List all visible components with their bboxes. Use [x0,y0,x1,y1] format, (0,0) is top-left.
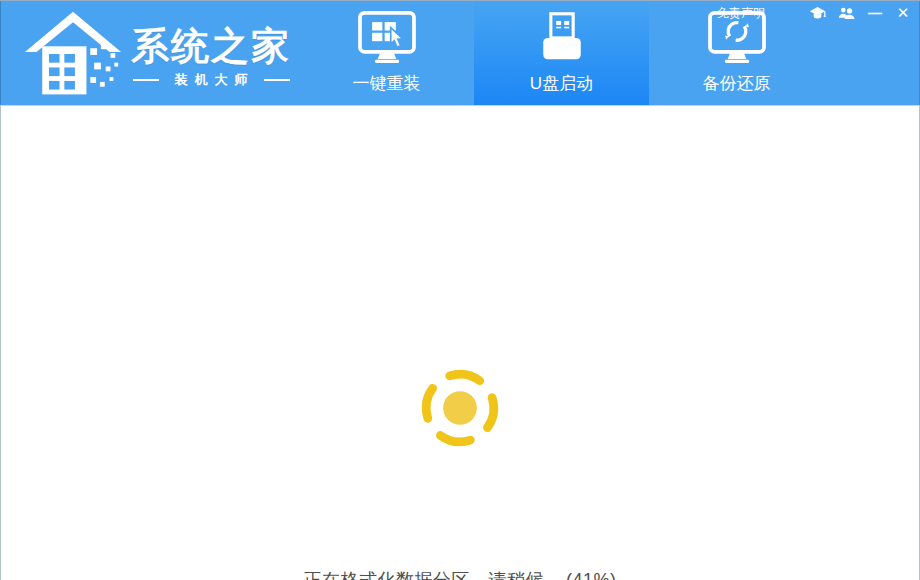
spinner-wrap [1,362,919,454]
tab-one-key-reinstall[interactable]: 一键重装 [299,1,474,105]
subtitle-dash-right [264,79,290,81]
brand-text: 系统之家 装机大师 [131,24,291,89]
progress-status-text: 正在格式化数据分区，请稍候... (41%) [1,568,919,580]
subtitle-dash-left [133,79,159,81]
content-panel: 正在格式化数据分区，请稍候... (41%) [0,105,920,580]
graduation-cap-icon[interactable] [809,6,826,20]
tab-label: 备份还原 [703,72,771,95]
brand-subtitle: 装机大师 [168,71,255,89]
minimize-button[interactable]: — [867,5,883,21]
brand-logo-block: 系统之家 装机大师 [23,7,291,101]
tab-label: 一键重装 [353,72,421,95]
brand-subtitle-row: 装机大师 [131,71,291,89]
tab-label: U盘启动 [530,72,593,95]
topbar-controls: 免责声明 — ✕ [717,4,911,22]
close-button[interactable]: ✕ [895,5,911,21]
loading-spinner-icon [414,362,506,454]
header-bar: 系统之家 装机大师 [0,1,920,105]
brand-title: 系统之家 [131,24,291,68]
tab-usb-boot[interactable]: U盘启动 [474,1,649,105]
app-window: 系统之家 装机大师 [0,0,920,580]
usb-drive-icon [537,12,587,64]
house-logo-icon [23,9,123,99]
users-icon[interactable] [838,6,855,20]
monitor-windows-icon [356,12,418,64]
disclaimer-link[interactable]: 免责声明 [717,5,765,22]
